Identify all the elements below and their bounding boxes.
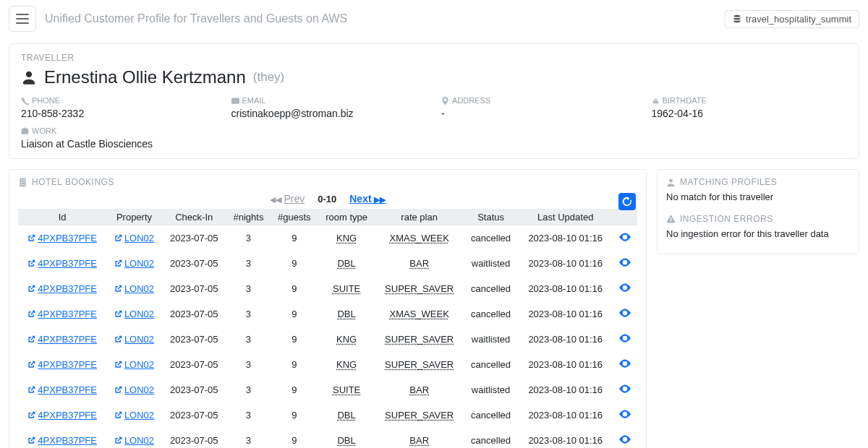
eye-icon [618, 256, 631, 269]
external-link-icon [27, 285, 35, 293]
bookings-col-header: rate plan [375, 209, 464, 225]
room-type-cell: KNG [318, 352, 375, 377]
status-cell: waitlisted [464, 251, 519, 276]
booking-id-link[interactable]: 4PXPB37PFE [18, 327, 106, 352]
external-link-icon [114, 335, 122, 343]
field-address: ADDRESS - [441, 96, 637, 119]
view-button[interactable] [618, 357, 631, 370]
property-link[interactable]: LON02 [106, 428, 161, 448]
eye-icon [618, 306, 631, 319]
view-button[interactable] [618, 408, 631, 421]
top-bar: Unified Customer Profile for Travellers … [0, 0, 868, 38]
booking-id-link[interactable]: 4PXPB37PFE [18, 352, 106, 377]
property-link[interactable]: LON02 [106, 251, 161, 276]
status-cell: cancelled [464, 402, 519, 428]
sidebar-card: MATCHING PROFILES No match for this trav… [657, 169, 859, 254]
ingestion-errors-section: INGESTION ERRORS No ingestion error for … [666, 214, 850, 239]
updated-cell: 2023-08-10 01:16 [519, 428, 613, 448]
bookings-col-header: #nights [226, 209, 271, 225]
booking-id-link[interactable]: 4PXPB37PFE [18, 428, 106, 448]
property-link[interactable]: LON02 [106, 225, 161, 251]
external-link-icon [114, 259, 122, 267]
field-email: EMAIL cristinakoepp@stroman.biz [231, 96, 427, 119]
checkin-cell: 2023-07-05 [162, 301, 226, 327]
menu-toggle-button[interactable] [9, 6, 36, 32]
pin-icon [441, 97, 449, 105]
property-link[interactable]: LON02 [106, 377, 161, 402]
property-link[interactable]: LON02 [106, 301, 161, 327]
view-button[interactable] [618, 332, 631, 345]
booking-id-link[interactable]: 4PXPB37PFE [18, 402, 106, 428]
eye-icon [618, 357, 631, 370]
view-button[interactable] [618, 306, 631, 319]
eye-icon [618, 382, 631, 395]
property-link[interactable]: LON02 [106, 327, 161, 352]
property-link[interactable]: LON02 [106, 402, 161, 428]
checkin-cell: 2023-07-05 [162, 276, 226, 301]
guests-cell: 9 [271, 428, 318, 448]
status-cell: cancelled [464, 428, 519, 448]
updated-cell: 2023-08-10 01:16 [519, 225, 613, 251]
bookings-card: HOTEL BOOKINGS ◀◀ Prev 0-10 Next ▶▶ [9, 169, 647, 448]
updated-cell: 2023-08-10 01:16 [519, 327, 613, 352]
guests-cell: 9 [271, 327, 318, 352]
nights-cell: 3 [226, 327, 271, 352]
external-link-icon [114, 234, 122, 242]
external-link-icon [27, 310, 35, 318]
bookings-col-header: Check-In [162, 209, 226, 225]
ingestion-body: No ingestion error for this traveller da… [666, 228, 850, 239]
booking-id-link[interactable]: 4PXPB37PFE [18, 225, 106, 251]
guests-cell: 9 [271, 251, 318, 276]
view-button[interactable] [618, 256, 631, 269]
traveller-card: TRAVELLER Ernestina Ollie Kertzmann (the… [9, 43, 859, 159]
nights-cell: 3 [226, 251, 271, 276]
table-row: 4PXPB37PFELON022023-07-0539KNGSUPER_SAVE… [18, 327, 637, 352]
room-type-cell: DBL [318, 402, 375, 428]
updated-cell: 2023-08-10 01:16 [519, 276, 613, 301]
view-button[interactable] [618, 281, 631, 294]
booking-id-link[interactable]: 4PXPB37PFE [18, 251, 106, 276]
field-phone: PHONE 210-858-2332 [21, 96, 217, 119]
property-link[interactable]: LON02 [106, 352, 161, 377]
view-button[interactable] [618, 231, 631, 244]
pager-next[interactable]: Next ▶▶ [349, 193, 386, 204]
eye-icon [618, 408, 631, 421]
warning-icon [666, 215, 676, 224]
guests-cell: 9 [271, 352, 318, 377]
booking-id-link[interactable]: 4PXPB37PFE [18, 276, 106, 301]
room-type-cell: DBL [318, 251, 375, 276]
table-row: 4PXPB37PFELON022023-07-0539SUITEBARwaitl… [18, 377, 637, 402]
domain-badge[interactable]: travel_hospitality_summit [725, 10, 859, 28]
nights-cell: 3 [226, 225, 271, 251]
field-birthdate: BIRTHDATE 1962-04-16 [652, 96, 848, 119]
table-row: 4PXPB37PFELON022023-07-0539DBLBARcancell… [18, 428, 637, 448]
status-cell: cancelled [464, 276, 519, 301]
rate-plan-cell: SUPER_SAVER [375, 276, 464, 301]
booking-id-link[interactable]: 4PXPB37PFE [18, 377, 106, 402]
work-value: Liaison at Castle Biosciences [21, 138, 427, 150]
nights-cell: 3 [226, 402, 271, 428]
guests-cell: 9 [271, 402, 318, 428]
view-button[interactable] [618, 433, 631, 446]
updated-cell: 2023-08-10 01:16 [519, 352, 613, 377]
view-button[interactable] [618, 382, 631, 395]
booking-id-link[interactable]: 4PXPB37PFE [18, 301, 106, 327]
status-cell: waitlisted [464, 377, 519, 402]
status-cell: cancelled [464, 225, 519, 251]
bookings-col-header [613, 209, 637, 225]
checkin-cell: 2023-07-05 [162, 225, 226, 251]
bookings-col-header: Id [18, 209, 106, 225]
checkin-cell: 2023-07-05 [162, 402, 226, 428]
property-link[interactable]: LON02 [106, 276, 161, 301]
eye-icon [618, 433, 631, 446]
refresh-button[interactable] [618, 193, 636, 210]
room-type-cell: KNG [318, 327, 375, 352]
nights-cell: 3 [226, 276, 271, 301]
external-link-icon [27, 436, 35, 444]
table-row: 4PXPB37PFELON022023-07-0539DBLXMAS_WEEKc… [18, 301, 637, 327]
external-link-icon [27, 335, 35, 343]
status-cell: cancelled [464, 301, 519, 327]
rate-plan-cell: BAR [375, 377, 464, 402]
guests-cell: 9 [271, 301, 318, 327]
room-type-cell: SUITE [318, 276, 375, 301]
